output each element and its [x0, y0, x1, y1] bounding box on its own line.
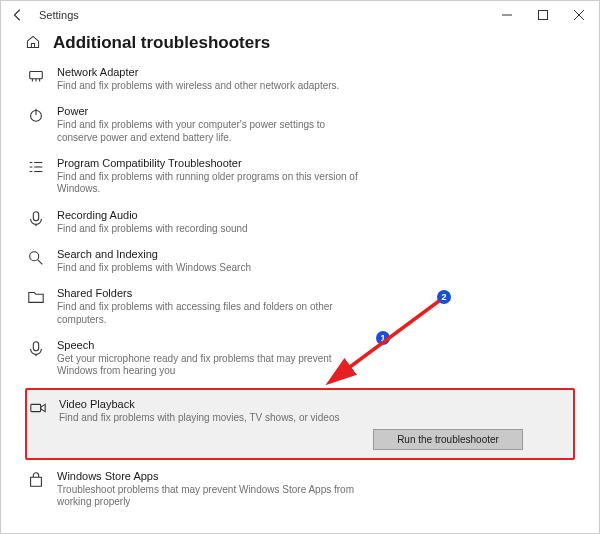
microphone-icon [27, 210, 45, 228]
network-adapter-icon [27, 67, 45, 85]
ts-title: Shared Folders [57, 287, 367, 301]
video-icon [29, 399, 47, 417]
ts-desc: Get your microphone ready and fix proble… [57, 353, 367, 378]
svg-line-19 [38, 260, 43, 265]
app-title: Settings [39, 9, 79, 21]
close-button[interactable] [561, 1, 597, 29]
ts-title: Recording Audio [57, 209, 248, 223]
ts-recording-audio[interactable]: Recording AudioFind and fix problems wit… [25, 206, 575, 238]
svg-rect-16 [33, 212, 38, 221]
page-title: Additional troubleshooters [53, 33, 270, 53]
content-area: Additional troubleshooters Network Adapt… [1, 29, 599, 534]
ts-windows-store-apps[interactable]: Windows Store AppsTroubleshoot problems … [25, 467, 575, 512]
store-icon [27, 471, 45, 489]
ts-desc: Find and fix problems with wireless and … [57, 80, 339, 93]
power-icon [27, 106, 45, 124]
minimize-button[interactable] [489, 1, 525, 29]
back-button[interactable] [11, 8, 25, 22]
ts-video-playback-selected: Video PlaybackFind and fix problems with… [25, 388, 575, 460]
ts-title: Network Adapter [57, 66, 339, 80]
ts-network-adapter[interactable]: Network AdapterFind and fix problems wit… [25, 63, 575, 95]
maximize-button[interactable] [525, 1, 561, 29]
troubleshooter-list: Network AdapterFind and fix problems wit… [25, 63, 575, 512]
ts-video-playback[interactable]: Video PlaybackFind and fix problems with… [29, 396, 567, 429]
ts-desc: Find and fix problems with running older… [57, 171, 367, 196]
svg-rect-20 [33, 342, 38, 351]
ts-title: Video Playback [59, 398, 340, 412]
ts-desc: Find and fix problems with accessing fil… [57, 301, 367, 326]
ts-desc: Troubleshoot problems that may prevent W… [57, 484, 367, 509]
titlebar: Settings [1, 1, 599, 29]
svg-rect-1 [539, 11, 548, 20]
ts-desc: Find and fix problems with Windows Searc… [57, 262, 251, 275]
ts-speech[interactable]: SpeechGet your microphone ready and fix … [25, 336, 575, 381]
ts-title: Speech [57, 339, 367, 353]
ts-search-indexing[interactable]: Search and IndexingFind and fix problems… [25, 245, 575, 277]
search-icon [27, 249, 45, 267]
ts-title: Power [57, 105, 367, 119]
privacy-heading: Know your privacy options [25, 530, 575, 534]
ts-desc: Find and fix problems with recording sou… [57, 223, 248, 236]
ts-program-compatibility[interactable]: Program Compatibility TroubleshooterFind… [25, 154, 575, 199]
svg-rect-22 [31, 404, 41, 411]
ts-power[interactable]: PowerFind and fix problems with your com… [25, 102, 575, 147]
home-icon[interactable] [25, 34, 41, 52]
privacy-section: Know your privacy options Learn how this… [25, 530, 575, 534]
ts-desc: Find and fix problems with your computer… [57, 119, 367, 144]
ts-shared-folders[interactable]: Shared FoldersFind and fix problems with… [25, 284, 575, 329]
ts-title: Windows Store Apps [57, 470, 367, 484]
svg-point-18 [30, 252, 39, 261]
run-troubleshooter-button[interactable]: Run the troubleshooter [373, 429, 523, 450]
folder-icon [27, 288, 45, 306]
ts-desc: Find and fix problems with playing movie… [59, 412, 340, 425]
ts-title: Search and Indexing [57, 248, 251, 262]
list-icon [27, 158, 45, 176]
ts-title: Program Compatibility Troubleshooter [57, 157, 367, 171]
svg-rect-4 [30, 72, 43, 79]
settings-window: Settings Additional troubleshooters Netw… [0, 0, 600, 534]
speech-icon [27, 340, 45, 358]
